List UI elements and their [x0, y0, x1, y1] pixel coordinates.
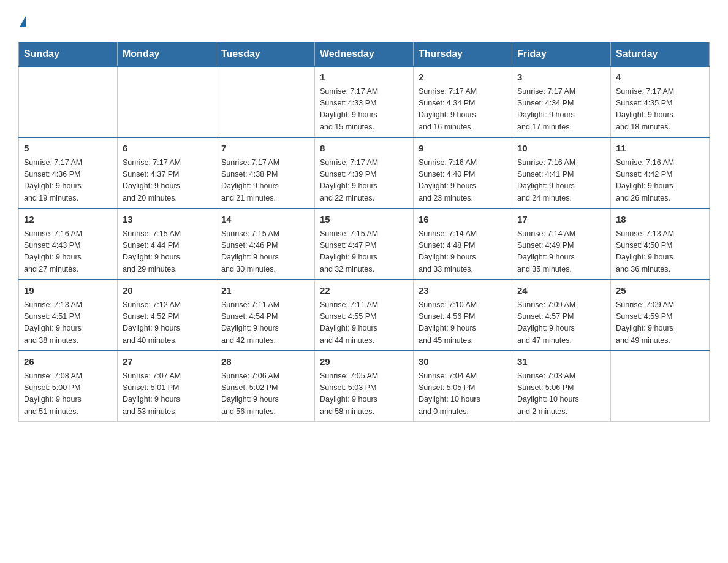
day-info: Sunrise: 7:13 AMSunset: 4:50 PMDaylight:… — [616, 228, 704, 276]
calendar-week-row: 19Sunrise: 7:13 AMSunset: 4:51 PMDayligh… — [19, 280, 710, 351]
day-number: 26 — [24, 355, 112, 369]
calendar-cell: 25Sunrise: 7:09 AMSunset: 4:59 PMDayligh… — [611, 280, 710, 351]
day-number: 3 — [517, 71, 605, 85]
day-info: Sunrise: 7:15 AMSunset: 4:46 PMDaylight:… — [221, 228, 309, 276]
calendar-cell: 15Sunrise: 7:15 AMSunset: 4:47 PMDayligh… — [315, 209, 414, 280]
calendar-cell: 3Sunrise: 7:17 AMSunset: 4:34 PMDaylight… — [512, 66, 611, 137]
calendar-cell: 9Sunrise: 7:16 AMSunset: 4:40 PMDaylight… — [414, 137, 512, 209]
weekday-header: Monday — [118, 42, 216, 67]
calendar-cell: 1Sunrise: 7:17 AMSunset: 4:33 PMDaylight… — [315, 66, 414, 137]
calendar-cell: 27Sunrise: 7:07 AMSunset: 5:01 PMDayligh… — [118, 351, 216, 422]
weekday-header: Wednesday — [315, 42, 414, 67]
day-number: 1 — [320, 71, 408, 85]
day-info: Sunrise: 7:13 AMSunset: 4:51 PMDaylight:… — [24, 299, 112, 347]
calendar-cell: 19Sunrise: 7:13 AMSunset: 4:51 PMDayligh… — [19, 280, 118, 351]
calendar-cell: 26Sunrise: 7:08 AMSunset: 5:00 PMDayligh… — [19, 351, 118, 422]
day-info: Sunrise: 7:17 AMSunset: 4:33 PMDaylight:… — [320, 86, 408, 134]
day-number: 19 — [24, 284, 112, 298]
weekday-header: Friday — [512, 42, 611, 67]
day-info: Sunrise: 7:11 AMSunset: 4:55 PMDaylight:… — [320, 299, 408, 347]
calendar-cell: 10Sunrise: 7:16 AMSunset: 4:41 PMDayligh… — [512, 137, 611, 209]
day-number: 10 — [517, 142, 605, 156]
weekday-row: SundayMondayTuesdayWednesdayThursdayFrid… — [19, 42, 710, 67]
page-header — [18, 12, 710, 29]
calendar-cell: 24Sunrise: 7:09 AMSunset: 4:57 PMDayligh… — [512, 280, 611, 351]
day-info: Sunrise: 7:16 AMSunset: 4:42 PMDaylight:… — [616, 157, 704, 205]
weekday-header: Tuesday — [216, 42, 315, 67]
day-number: 17 — [517, 213, 605, 227]
calendar-cell: 28Sunrise: 7:06 AMSunset: 5:02 PMDayligh… — [216, 351, 315, 422]
calendar-cell — [216, 66, 315, 137]
day-number: 12 — [24, 213, 112, 227]
calendar-cell: 2Sunrise: 7:17 AMSunset: 4:34 PMDaylight… — [414, 66, 512, 137]
day-number: 18 — [616, 213, 704, 227]
day-info: Sunrise: 7:17 AMSunset: 4:34 PMDaylight:… — [517, 86, 605, 134]
day-info: Sunrise: 7:16 AMSunset: 4:43 PMDaylight:… — [24, 228, 112, 276]
calendar-week-row: 5Sunrise: 7:17 AMSunset: 4:36 PMDaylight… — [19, 137, 710, 209]
calendar-cell: 20Sunrise: 7:12 AMSunset: 4:52 PMDayligh… — [118, 280, 216, 351]
day-info: Sunrise: 7:10 AMSunset: 4:56 PMDaylight:… — [419, 299, 507, 347]
day-info: Sunrise: 7:06 AMSunset: 5:02 PMDaylight:… — [221, 370, 309, 418]
calendar-cell: 13Sunrise: 7:15 AMSunset: 4:44 PMDayligh… — [118, 209, 216, 280]
calendar-cell — [611, 351, 710, 422]
calendar-cell: 18Sunrise: 7:13 AMSunset: 4:50 PMDayligh… — [611, 209, 710, 280]
calendar-cell: 4Sunrise: 7:17 AMSunset: 4:35 PMDaylight… — [611, 66, 710, 137]
calendar-cell: 17Sunrise: 7:14 AMSunset: 4:49 PMDayligh… — [512, 209, 611, 280]
day-info: Sunrise: 7:16 AMSunset: 4:40 PMDaylight:… — [419, 157, 507, 205]
day-number: 15 — [320, 213, 408, 227]
day-number: 4 — [616, 71, 704, 85]
day-number: 9 — [419, 142, 507, 156]
calendar-cell: 6Sunrise: 7:17 AMSunset: 4:37 PMDaylight… — [118, 137, 216, 209]
calendar-header: SundayMondayTuesdayWednesdayThursdayFrid… — [19, 42, 710, 67]
day-info: Sunrise: 7:04 AMSunset: 5:05 PMDaylight:… — [419, 370, 507, 418]
day-number: 11 — [616, 142, 704, 156]
day-info: Sunrise: 7:14 AMSunset: 4:48 PMDaylight:… — [419, 228, 507, 276]
day-number: 20 — [123, 284, 211, 298]
day-info: Sunrise: 7:15 AMSunset: 4:44 PMDaylight:… — [123, 228, 211, 276]
day-number: 5 — [24, 142, 112, 156]
calendar-week-row: 26Sunrise: 7:08 AMSunset: 5:00 PMDayligh… — [19, 351, 710, 422]
calendar-cell: 12Sunrise: 7:16 AMSunset: 4:43 PMDayligh… — [19, 209, 118, 280]
calendar-week-row: 1Sunrise: 7:17 AMSunset: 4:33 PMDaylight… — [19, 66, 710, 137]
day-number: 29 — [320, 355, 408, 369]
day-number: 13 — [123, 213, 211, 227]
day-info: Sunrise: 7:14 AMSunset: 4:49 PMDaylight:… — [517, 228, 605, 276]
weekday-header: Saturday — [611, 42, 710, 67]
calendar-body: 1Sunrise: 7:17 AMSunset: 4:33 PMDaylight… — [19, 66, 710, 422]
calendar-cell: 16Sunrise: 7:14 AMSunset: 4:48 PMDayligh… — [414, 209, 512, 280]
day-number: 22 — [320, 284, 408, 298]
day-number: 14 — [221, 213, 309, 227]
day-number: 28 — [221, 355, 309, 369]
day-info: Sunrise: 7:17 AMSunset: 4:38 PMDaylight:… — [221, 157, 309, 205]
day-info: Sunrise: 7:12 AMSunset: 4:52 PMDaylight:… — [123, 299, 211, 347]
day-number: 2 — [419, 71, 507, 85]
day-info: Sunrise: 7:16 AMSunset: 4:41 PMDaylight:… — [517, 157, 605, 205]
weekday-header: Sunday — [19, 42, 118, 67]
day-info: Sunrise: 7:07 AMSunset: 5:01 PMDaylight:… — [123, 370, 211, 418]
day-info: Sunrise: 7:09 AMSunset: 4:59 PMDaylight:… — [616, 299, 704, 347]
day-number: 7 — [221, 142, 309, 156]
day-number: 23 — [419, 284, 507, 298]
calendar-cell: 21Sunrise: 7:11 AMSunset: 4:54 PMDayligh… — [216, 280, 315, 351]
calendar-cell — [19, 66, 118, 137]
day-info: Sunrise: 7:03 AMSunset: 5:06 PMDaylight:… — [517, 370, 605, 418]
calendar-cell: 8Sunrise: 7:17 AMSunset: 4:39 PMDaylight… — [315, 137, 414, 209]
day-info: Sunrise: 7:17 AMSunset: 4:37 PMDaylight:… — [123, 157, 211, 205]
day-info: Sunrise: 7:11 AMSunset: 4:54 PMDaylight:… — [221, 299, 309, 347]
calendar-cell — [118, 66, 216, 137]
day-info: Sunrise: 7:17 AMSunset: 4:36 PMDaylight:… — [24, 157, 112, 205]
calendar-cell: 22Sunrise: 7:11 AMSunset: 4:55 PMDayligh… — [315, 280, 414, 351]
logo-top — [18, 12, 26, 29]
day-info: Sunrise: 7:17 AMSunset: 4:35 PMDaylight:… — [616, 86, 704, 134]
calendar-cell: 30Sunrise: 7:04 AMSunset: 5:05 PMDayligh… — [414, 351, 512, 422]
weekday-header: Thursday — [414, 42, 512, 67]
logo-triangle-icon — [20, 16, 26, 27]
day-number: 30 — [419, 355, 507, 369]
day-info: Sunrise: 7:15 AMSunset: 4:47 PMDaylight:… — [320, 228, 408, 276]
calendar-table: SundayMondayTuesdayWednesdayThursdayFrid… — [18, 42, 710, 422]
calendar-cell: 11Sunrise: 7:16 AMSunset: 4:42 PMDayligh… — [611, 137, 710, 209]
day-number: 25 — [616, 284, 704, 298]
day-info: Sunrise: 7:17 AMSunset: 4:39 PMDaylight:… — [320, 157, 408, 205]
calendar-cell: 31Sunrise: 7:03 AMSunset: 5:06 PMDayligh… — [512, 351, 611, 422]
day-number: 21 — [221, 284, 309, 298]
